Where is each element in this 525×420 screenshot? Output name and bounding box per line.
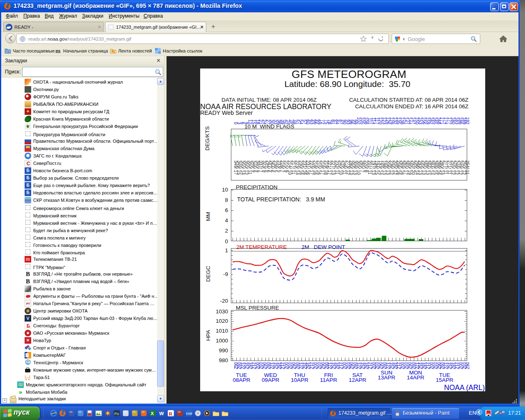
svg-text:10 M WIND FLAGS: 10 M WIND FLAGS	[244, 123, 294, 130]
svg-text:W: W	[159, 411, 164, 416]
svg-text:DEG/KTS: DEG/KTS	[204, 126, 210, 151]
svg-text:DATA INITIAL TIME: 08 APR 2014: DATA INITIAL TIME: 08 APR 2014 06Z	[221, 97, 317, 103]
svg-text:TOTAL PRECIPITATION: 3.9 MM: TOTAL PRECIPITATION: 3.9 MM	[237, 196, 325, 203]
svg-text:READY Web Server: READY Web Server	[200, 110, 253, 116]
svg-text:1030: 1030	[216, 308, 228, 315]
svg-text:CALCULATION ENDED AT: 16 APR 2: CALCULATION ENDED AT: 16 APR 2014 06Z	[355, 103, 468, 110]
svg-text:2M TEMPERATURE: 2M TEMPERATURE	[236, 244, 287, 250]
svg-text:06Z: 06Z	[465, 362, 470, 369]
svg-text:MSL PRESSURE: MSL PRESSURE	[236, 305, 279, 311]
svg-text:15APR: 15APR	[436, 377, 454, 383]
svg-text:CALCULATION STARTED AT: 08 APR: CALCULATION STARTED AT: 08 APR 2014 06Z	[349, 97, 468, 103]
svg-text:1000: 1000	[216, 338, 228, 344]
svg-text:MM: MM	[205, 212, 211, 221]
svg-text:4: 4	[225, 217, 228, 224]
svg-text:08APR: 08APR	[233, 377, 250, 383]
svg-text:13APR: 13APR	[378, 374, 395, 381]
svg-text:8: 8	[225, 197, 228, 203]
svg-text:10APR: 10APR	[291, 377, 308, 383]
svg-text:HPA: HPA	[205, 330, 211, 341]
svg-text:254/ 11: 254/ 11	[465, 160, 470, 174]
svg-text:2: 2	[225, 228, 228, 234]
svg-text:192: 192	[465, 117, 470, 124]
svg-text:1020: 1020	[216, 318, 228, 324]
svg-text:11APR: 11APR	[320, 377, 337, 383]
svg-text:14APR: 14APR	[407, 374, 425, 381]
svg-text:0: 0	[225, 238, 228, 244]
svg-text:Latitude: 68.90 Longitude: 35: Latitude: 68.90 Longitude: 35.70	[284, 79, 410, 89]
svg-text:GFS METEOROGRAM: GFS METEOROGRAM	[292, 68, 406, 80]
svg-text:-9: -9	[223, 271, 228, 277]
svg-text:-20: -20	[220, 298, 228, 304]
svg-text:10: 10	[222, 187, 228, 193]
svg-text:m: m	[55, 48, 61, 54]
svg-text:1: 1	[225, 247, 228, 253]
svg-text:6: 6	[225, 207, 228, 213]
svg-text:2M DEW POINT: 2M DEW POINT	[301, 244, 345, 250]
svg-text:980: 980	[219, 357, 228, 363]
svg-text:12APR: 12APR	[349, 377, 366, 383]
svg-text:990: 990	[219, 347, 228, 354]
svg-text:09APR: 09APR	[262, 377, 279, 383]
svg-text:X: X	[151, 411, 154, 416]
svg-text:DEGC: DEGC	[205, 266, 211, 282]
svg-text:NOAA (ARL): NOAA (ARL)	[444, 383, 485, 391]
svg-text:R: R	[169, 411, 173, 417]
svg-text:KMP: KMP	[186, 412, 192, 415]
svg-text:Ps: Ps	[114, 411, 119, 416]
svg-text:1010: 1010	[216, 328, 228, 334]
